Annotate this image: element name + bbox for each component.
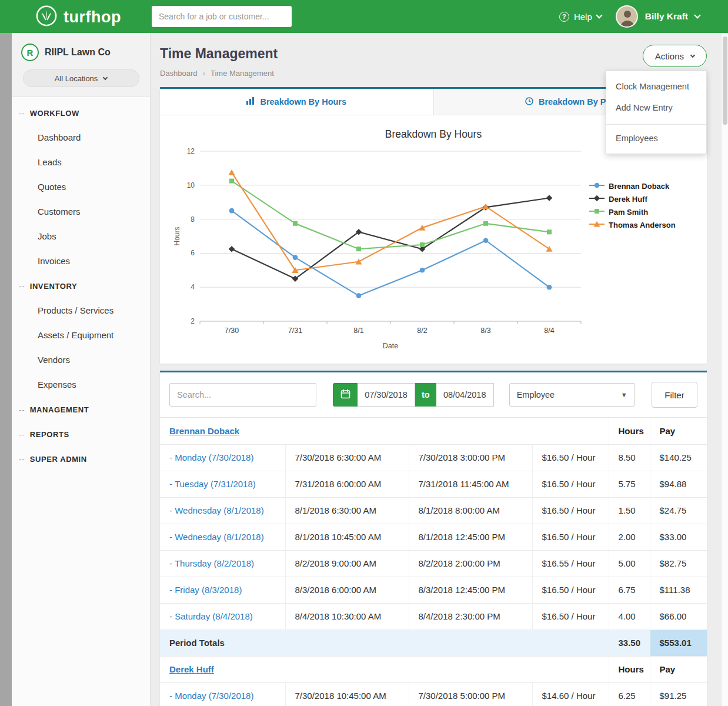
calendar-button[interactable] <box>333 383 358 407</box>
nav-section-super-admin[interactable]: SUPER ADMIN <box>12 447 150 471</box>
clock-out-cell: 8/1/2018 8:00:00 AM <box>409 497 532 524</box>
scrollbar[interactable] <box>721 33 728 706</box>
period-totals-row: Period Totals33.50$553.01 <box>160 630 707 656</box>
tab-breakdown-by-hours[interactable]: Breakdown By Hours <box>160 89 433 115</box>
pay-cell: $82.75 <box>650 550 707 577</box>
sidebar-item-assets-equipment[interactable]: Assets / Equipment <box>12 323 150 348</box>
nav-section-label: INVENTORY <box>30 282 78 291</box>
day-cell: - Monday (7/30/2018) <box>160 682 285 706</box>
day-link[interactable]: - Wednesday (8/1/2018) <box>169 505 264 515</box>
actions-button[interactable]: Actions <box>643 45 707 67</box>
hours-cell: 8.50 <box>609 444 650 471</box>
pay-cell: $94.88 <box>650 471 707 497</box>
time-entries-table: Brennan DobackHoursPay- Monday (7/30/201… <box>160 418 707 706</box>
day-cell: - Saturday (8/4/2018) <box>160 603 285 630</box>
bar-chart-icon <box>246 97 255 106</box>
nav-section-label: MANAGEMENT <box>30 405 89 414</box>
table-row: - Monday (7/30/2018)7/30/2018 6:30:00 AM… <box>160 444 707 471</box>
turfhop-grass-icon <box>35 5 58 29</box>
svg-text:6: 6 <box>191 249 195 257</box>
clock-icon <box>525 97 533 107</box>
collapse-icon <box>19 455 25 464</box>
breadcrumb-dashboard[interactable]: Dashboard <box>160 69 198 78</box>
svg-text:12: 12 <box>187 147 195 155</box>
nav-section-inventory[interactable]: INVENTORY <box>12 274 150 298</box>
filter-button[interactable]: Filter <box>652 382 697 408</box>
select-caret-icon: ▼ <box>621 391 627 398</box>
breadcrumb-current: Time Management <box>211 69 274 78</box>
table-row: - Monday (7/30/2018)7/30/2018 10:45:00 A… <box>160 682 707 706</box>
nav-section-management[interactable]: MANAGEMENT <box>12 397 150 422</box>
date-to-input[interactable] <box>436 383 494 407</box>
totals-label-cell: Period Totals <box>160 630 609 656</box>
employee-select[interactable]: Employee ▼ <box>509 383 635 407</box>
menu-item-add-new-entry[interactable]: Add New Entry <box>606 97 706 118</box>
clock-in-cell: 8/4/2018 10:30:00 AM <box>285 603 409 630</box>
legend-item-thomas-anderson: Thomas Anderson <box>589 221 692 229</box>
day-link[interactable]: - Monday (7/30/2018) <box>169 691 253 701</box>
legend-label: Derek Huff <box>609 195 647 204</box>
clock-out-cell: 8/1/2018 12:45:00 PM <box>409 524 532 550</box>
sidebar-item-dashboard[interactable]: Dashboard <box>12 125 150 150</box>
employee-link[interactable]: Brennan Doback <box>169 426 239 436</box>
rate-cell: $16.50 / Hour <box>532 603 609 630</box>
date-from-input[interactable] <box>358 383 415 407</box>
legend-item-pam-smith: Pam Smith <box>589 208 692 217</box>
company-badge: R RIIPL Lawn Co <box>21 44 141 61</box>
sidebar-item-jobs[interactable]: Jobs <box>12 224 150 249</box>
clock-in-cell: 7/30/2018 6:30:00 AM <box>285 444 409 471</box>
chevron-down-icon <box>596 12 602 18</box>
clock-out-cell: 7/30/2018 3:00:00 PM <box>409 444 532 471</box>
sidebar-item-vendors[interactable]: Vendors <box>12 348 150 372</box>
sidebar-item-customers[interactable]: Customers <box>12 199 150 224</box>
sidebar-item-expenses[interactable]: Expenses <box>12 372 150 397</box>
day-link[interactable]: - Monday (7/30/2018) <box>169 452 253 462</box>
day-link[interactable]: - Friday (8/3/2018) <box>169 585 242 595</box>
hours-cell: 2.00 <box>609 524 650 550</box>
date-to-label: to <box>415 383 436 407</box>
day-link[interactable]: - Thursday (8/2/2018) <box>169 558 254 568</box>
sidebar-nav: WORKFLOWDashboardLeadsQuotesCustomersJob… <box>12 97 150 471</box>
day-cell: - Wednesday (8/1/2018) <box>160 524 285 550</box>
sidebar-item-leads[interactable]: Leads <box>12 150 150 175</box>
sidebar-item-products-services[interactable]: Products / Services <box>12 298 150 323</box>
menu-item-employees[interactable]: Employees <box>606 124 706 149</box>
sidebar-item-quotes[interactable]: Quotes <box>12 175 150 199</box>
brand-logo[interactable]: turfhop <box>35 5 121 29</box>
location-selector[interactable]: All Locations <box>23 69 139 87</box>
tab-label: Breakdown By Hours <box>260 97 346 106</box>
hours-cell: 5.75 <box>609 471 650 497</box>
time-table-body: Brennan DobackHoursPay- Monday (7/30/201… <box>160 418 707 706</box>
nav-section-reports[interactable]: REPORTS <box>12 422 150 447</box>
day-link[interactable]: - Tuesday (7/31/2018) <box>169 479 256 489</box>
collapse-icon <box>19 282 25 291</box>
left-rail <box>0 33 12 706</box>
scrollbar-thumb[interactable] <box>723 36 727 125</box>
table-search-input[interactable] <box>169 383 316 407</box>
clock-out-cell: 8/3/2018 12:45:00 PM <box>409 577 532 603</box>
table-row: - Thursday (8/2/2018)8/2/2018 9:00:00 AM… <box>160 550 707 577</box>
pay-cell: $91.25 <box>650 682 707 706</box>
help-menu[interactable]: ? Help <box>559 12 602 22</box>
legend-item-brennan-doback: Brennan Doback <box>589 182 692 191</box>
day-cell: - Wednesday (8/1/2018) <box>160 497 285 524</box>
nav-section-workflow[interactable]: WORKFLOW <box>12 101 150 125</box>
legend-marker-icon <box>589 221 605 229</box>
legend-marker-icon <box>589 208 605 217</box>
filter-button-label: Filter <box>664 390 684 400</box>
user-menu[interactable]: Billy Kraft <box>616 5 700 28</box>
legend-marker-icon <box>589 182 605 191</box>
pay-header-cell: Pay <box>650 656 707 682</box>
chart-legend: Brennan DobackDerek HuffPam SmithThomas … <box>589 143 692 229</box>
location-label: All Locations <box>55 74 98 83</box>
svg-text:8/3: 8/3 <box>480 327 490 335</box>
hours-cell: 1.50 <box>609 497 650 524</box>
day-cell: - Tuesday (7/31/2018) <box>160 471 285 497</box>
day-link[interactable]: - Wednesday (8/1/2018) <box>169 532 264 542</box>
global-search-input[interactable] <box>152 6 292 27</box>
time-table-card: to Employee ▼ Filter Brennan DobackHours… <box>160 371 707 706</box>
menu-item-clock-management[interactable]: Clock Management <box>606 76 706 97</box>
day-link[interactable]: - Saturday (8/4/2018) <box>169 611 253 621</box>
sidebar-item-invoices[interactable]: Invoices <box>12 249 150 274</box>
employee-link[interactable]: Derek Huff <box>169 664 214 674</box>
